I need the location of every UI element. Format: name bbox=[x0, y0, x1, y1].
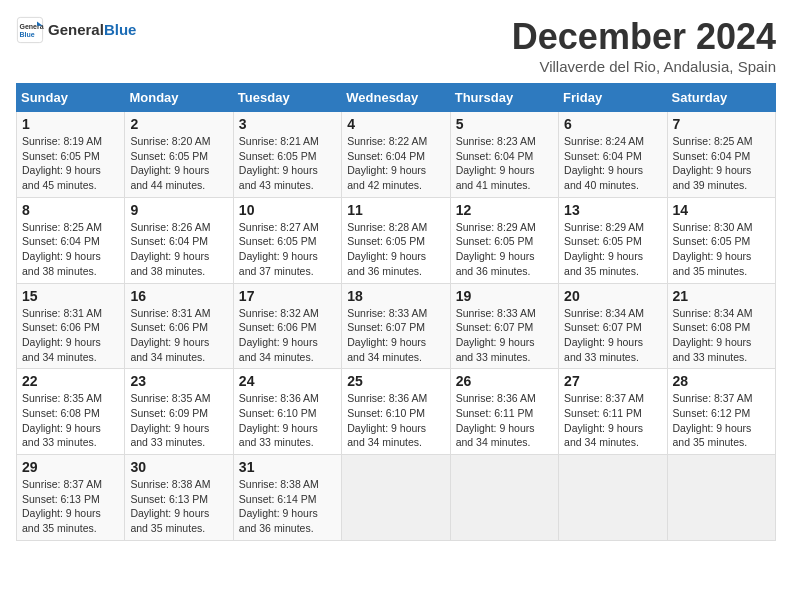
calendar-week-row: 29 Sunrise: 8:37 AM Sunset: 6:13 PM Dayl… bbox=[17, 455, 776, 541]
day-info: Sunrise: 8:30 AM Sunset: 6:05 PM Dayligh… bbox=[673, 220, 770, 279]
day-info: Sunrise: 8:35 AM Sunset: 6:09 PM Dayligh… bbox=[130, 391, 227, 450]
calendar-cell: 18 Sunrise: 8:33 AM Sunset: 6:07 PM Dayl… bbox=[342, 283, 450, 369]
day-info: Sunrise: 8:28 AM Sunset: 6:05 PM Dayligh… bbox=[347, 220, 444, 279]
svg-rect-0 bbox=[17, 17, 42, 42]
calendar-cell: 16 Sunrise: 8:31 AM Sunset: 6:06 PM Dayl… bbox=[125, 283, 233, 369]
day-number: 1 bbox=[22, 116, 119, 132]
weekday-header: Thursday bbox=[450, 84, 558, 112]
calendar-week-row: 8 Sunrise: 8:25 AM Sunset: 6:04 PM Dayli… bbox=[17, 197, 776, 283]
day-info: Sunrise: 8:29 AM Sunset: 6:05 PM Dayligh… bbox=[564, 220, 661, 279]
day-number: 4 bbox=[347, 116, 444, 132]
calendar-week-row: 15 Sunrise: 8:31 AM Sunset: 6:06 PM Dayl… bbox=[17, 283, 776, 369]
calendar-cell: 10 Sunrise: 8:27 AM Sunset: 6:05 PM Dayl… bbox=[233, 197, 341, 283]
day-number: 26 bbox=[456, 373, 553, 389]
calendar-week-row: 22 Sunrise: 8:35 AM Sunset: 6:08 PM Dayl… bbox=[17, 369, 776, 455]
day-number: 31 bbox=[239, 459, 336, 475]
calendar-cell: 13 Sunrise: 8:29 AM Sunset: 6:05 PM Dayl… bbox=[559, 197, 667, 283]
svg-text:Blue: Blue bbox=[20, 31, 35, 38]
day-info: Sunrise: 8:23 AM Sunset: 6:04 PM Dayligh… bbox=[456, 134, 553, 193]
calendar-cell: 20 Sunrise: 8:34 AM Sunset: 6:07 PM Dayl… bbox=[559, 283, 667, 369]
calendar-cell: 3 Sunrise: 8:21 AM Sunset: 6:05 PM Dayli… bbox=[233, 112, 341, 198]
logo-text: GeneralBlue bbox=[48, 21, 136, 39]
calendar-week-row: 1 Sunrise: 8:19 AM Sunset: 6:05 PM Dayli… bbox=[17, 112, 776, 198]
title-area: December 2024 Villaverde del Rio, Andalu… bbox=[512, 16, 776, 75]
calendar-cell: 28 Sunrise: 8:37 AM Sunset: 6:12 PM Dayl… bbox=[667, 369, 775, 455]
day-number: 8 bbox=[22, 202, 119, 218]
day-info: Sunrise: 8:34 AM Sunset: 6:07 PM Dayligh… bbox=[564, 306, 661, 365]
day-number: 21 bbox=[673, 288, 770, 304]
calendar-cell: 22 Sunrise: 8:35 AM Sunset: 6:08 PM Dayl… bbox=[17, 369, 125, 455]
calendar-cell bbox=[450, 455, 558, 541]
day-number: 13 bbox=[564, 202, 661, 218]
day-number: 27 bbox=[564, 373, 661, 389]
weekday-header-row: SundayMondayTuesdayWednesdayThursdayFrid… bbox=[17, 84, 776, 112]
day-info: Sunrise: 8:21 AM Sunset: 6:05 PM Dayligh… bbox=[239, 134, 336, 193]
calendar-cell: 21 Sunrise: 8:34 AM Sunset: 6:08 PM Dayl… bbox=[667, 283, 775, 369]
day-info: Sunrise: 8:37 AM Sunset: 6:13 PM Dayligh… bbox=[22, 477, 119, 536]
day-info: Sunrise: 8:38 AM Sunset: 6:13 PM Dayligh… bbox=[130, 477, 227, 536]
day-info: Sunrise: 8:25 AM Sunset: 6:04 PM Dayligh… bbox=[673, 134, 770, 193]
calendar-cell: 7 Sunrise: 8:25 AM Sunset: 6:04 PM Dayli… bbox=[667, 112, 775, 198]
calendar-cell: 11 Sunrise: 8:28 AM Sunset: 6:05 PM Dayl… bbox=[342, 197, 450, 283]
day-number: 17 bbox=[239, 288, 336, 304]
day-number: 25 bbox=[347, 373, 444, 389]
day-info: Sunrise: 8:36 AM Sunset: 6:11 PM Dayligh… bbox=[456, 391, 553, 450]
weekday-header: Wednesday bbox=[342, 84, 450, 112]
calendar-cell: 31 Sunrise: 8:38 AM Sunset: 6:14 PM Dayl… bbox=[233, 455, 341, 541]
day-info: Sunrise: 8:36 AM Sunset: 6:10 PM Dayligh… bbox=[239, 391, 336, 450]
day-number: 3 bbox=[239, 116, 336, 132]
calendar-cell bbox=[342, 455, 450, 541]
day-number: 22 bbox=[22, 373, 119, 389]
weekday-header: Sunday bbox=[17, 84, 125, 112]
calendar-cell bbox=[667, 455, 775, 541]
calendar-cell: 8 Sunrise: 8:25 AM Sunset: 6:04 PM Dayli… bbox=[17, 197, 125, 283]
calendar-table: SundayMondayTuesdayWednesdayThursdayFrid… bbox=[16, 83, 776, 541]
day-number: 30 bbox=[130, 459, 227, 475]
day-number: 28 bbox=[673, 373, 770, 389]
weekday-header: Monday bbox=[125, 84, 233, 112]
day-info: Sunrise: 8:22 AM Sunset: 6:04 PM Dayligh… bbox=[347, 134, 444, 193]
day-number: 6 bbox=[564, 116, 661, 132]
location-subtitle: Villaverde del Rio, Andalusia, Spain bbox=[512, 58, 776, 75]
calendar-cell: 26 Sunrise: 8:36 AM Sunset: 6:11 PM Dayl… bbox=[450, 369, 558, 455]
day-number: 9 bbox=[130, 202, 227, 218]
calendar-cell: 9 Sunrise: 8:26 AM Sunset: 6:04 PM Dayli… bbox=[125, 197, 233, 283]
day-number: 19 bbox=[456, 288, 553, 304]
day-number: 29 bbox=[22, 459, 119, 475]
weekday-header: Friday bbox=[559, 84, 667, 112]
day-number: 14 bbox=[673, 202, 770, 218]
day-number: 16 bbox=[130, 288, 227, 304]
day-info: Sunrise: 8:37 AM Sunset: 6:12 PM Dayligh… bbox=[673, 391, 770, 450]
calendar-cell: 14 Sunrise: 8:30 AM Sunset: 6:05 PM Dayl… bbox=[667, 197, 775, 283]
day-info: Sunrise: 8:38 AM Sunset: 6:14 PM Dayligh… bbox=[239, 477, 336, 536]
weekday-header: Saturday bbox=[667, 84, 775, 112]
logo: General Blue GeneralBlue bbox=[16, 16, 136, 44]
svg-text:General: General bbox=[20, 23, 45, 30]
calendar-cell bbox=[559, 455, 667, 541]
weekday-header: Tuesday bbox=[233, 84, 341, 112]
day-info: Sunrise: 8:31 AM Sunset: 6:06 PM Dayligh… bbox=[22, 306, 119, 365]
calendar-cell: 30 Sunrise: 8:38 AM Sunset: 6:13 PM Dayl… bbox=[125, 455, 233, 541]
calendar-cell: 23 Sunrise: 8:35 AM Sunset: 6:09 PM Dayl… bbox=[125, 369, 233, 455]
day-number: 15 bbox=[22, 288, 119, 304]
month-title: December 2024 bbox=[512, 16, 776, 58]
calendar-cell: 24 Sunrise: 8:36 AM Sunset: 6:10 PM Dayl… bbox=[233, 369, 341, 455]
day-number: 11 bbox=[347, 202, 444, 218]
calendar-cell: 2 Sunrise: 8:20 AM Sunset: 6:05 PM Dayli… bbox=[125, 112, 233, 198]
calendar-cell: 4 Sunrise: 8:22 AM Sunset: 6:04 PM Dayli… bbox=[342, 112, 450, 198]
day-number: 7 bbox=[673, 116, 770, 132]
calendar-cell: 29 Sunrise: 8:37 AM Sunset: 6:13 PM Dayl… bbox=[17, 455, 125, 541]
calendar-cell: 19 Sunrise: 8:33 AM Sunset: 6:07 PM Dayl… bbox=[450, 283, 558, 369]
day-info: Sunrise: 8:32 AM Sunset: 6:06 PM Dayligh… bbox=[239, 306, 336, 365]
day-info: Sunrise: 8:31 AM Sunset: 6:06 PM Dayligh… bbox=[130, 306, 227, 365]
day-info: Sunrise: 8:33 AM Sunset: 6:07 PM Dayligh… bbox=[347, 306, 444, 365]
calendar-cell: 15 Sunrise: 8:31 AM Sunset: 6:06 PM Dayl… bbox=[17, 283, 125, 369]
calendar-cell: 12 Sunrise: 8:29 AM Sunset: 6:05 PM Dayl… bbox=[450, 197, 558, 283]
day-info: Sunrise: 8:20 AM Sunset: 6:05 PM Dayligh… bbox=[130, 134, 227, 193]
calendar-cell: 27 Sunrise: 8:37 AM Sunset: 6:11 PM Dayl… bbox=[559, 369, 667, 455]
day-number: 2 bbox=[130, 116, 227, 132]
day-info: Sunrise: 8:26 AM Sunset: 6:04 PM Dayligh… bbox=[130, 220, 227, 279]
logo-icon: General Blue bbox=[16, 16, 44, 44]
day-number: 12 bbox=[456, 202, 553, 218]
calendar-cell: 6 Sunrise: 8:24 AM Sunset: 6:04 PM Dayli… bbox=[559, 112, 667, 198]
